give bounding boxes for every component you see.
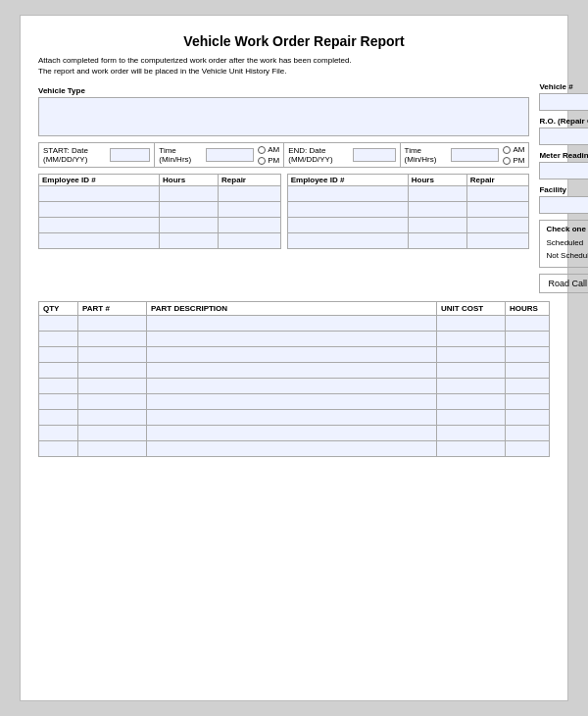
unit-cell[interactable] — [437, 441, 506, 457]
meter-label: Meter Reading — [539, 151, 588, 160]
hours-cell[interactable] — [506, 394, 550, 410]
desc-cell[interactable] — [147, 332, 437, 347]
table-row — [287, 233, 529, 249]
emp-id-cell[interactable] — [39, 186, 160, 202]
not-scheduled-item[interactable]: Not Scheduled — [546, 250, 588, 260]
emp-hours-cell[interactable] — [408, 186, 466, 202]
hours-cell[interactable] — [506, 347, 550, 363]
part-cell[interactable] — [78, 426, 147, 441]
end-pm-radio[interactable] — [503, 157, 511, 165]
road-call-box[interactable]: Road Call — [539, 274, 588, 293]
part-cell[interactable] — [78, 410, 147, 426]
emp-hours-cell[interactable] — [160, 186, 219, 202]
start-pm-item[interactable]: PM — [258, 156, 279, 165]
emp-repair-cell[interactable] — [219, 218, 281, 233]
unit-cell[interactable] — [437, 410, 506, 426]
part-cell[interactable] — [78, 379, 147, 394]
start-am-radio[interactable] — [258, 146, 266, 154]
emp-repair-cell[interactable] — [219, 202, 281, 218]
start-date-input[interactable] — [110, 148, 151, 162]
emp-id-cell[interactable] — [287, 218, 408, 233]
qty-cell[interactable] — [39, 347, 78, 363]
desc-cell[interactable] — [147, 316, 437, 332]
unit-cell[interactable] — [437, 426, 506, 441]
emp-repair-cell[interactable] — [219, 233, 281, 249]
end-pm-item[interactable]: PM — [503, 156, 524, 165]
part-cell[interactable] — [78, 441, 147, 457]
part-cell[interactable] — [78, 363, 147, 379]
start-date-label: START: Date (MM/DD/YY) — [43, 146, 106, 164]
unit-cell[interactable] — [437, 347, 506, 363]
qty-cell[interactable] — [39, 379, 78, 394]
emp-id-cell[interactable] — [39, 218, 160, 233]
vehicle-type-input[interactable] — [38, 97, 529, 136]
end-am-item[interactable]: AM — [503, 145, 524, 154]
end-time-input[interactable] — [451, 148, 500, 162]
desc-cell[interactable] — [147, 426, 437, 441]
part-cell[interactable] — [78, 394, 147, 410]
end-date-input[interactable] — [353, 148, 396, 162]
scheduled-label: Scheduled — [546, 238, 583, 247]
hours-cell[interactable] — [506, 426, 550, 441]
table-row — [39, 441, 550, 457]
table-row — [39, 426, 550, 441]
part-cell[interactable] — [78, 332, 147, 347]
unit-cell[interactable] — [437, 363, 506, 379]
qty-cell[interactable] — [39, 426, 78, 441]
start-am-item[interactable]: AM — [258, 145, 279, 154]
emp-id-cell[interactable] — [287, 202, 408, 218]
emp-hours-cell[interactable] — [160, 218, 219, 233]
part-cell[interactable] — [78, 347, 147, 363]
instructions: Attach completed form to the computerize… — [38, 55, 550, 77]
start-pm-radio[interactable] — [258, 157, 266, 165]
page: Vehicle Work Order Repair Report Attach … — [20, 15, 568, 701]
emp-hours-cell[interactable] — [408, 218, 466, 233]
desc-cell[interactable] — [147, 441, 437, 457]
emp-repair-cell[interactable] — [466, 202, 529, 218]
desc-cell[interactable] — [147, 363, 437, 379]
part-cell[interactable] — [78, 316, 147, 332]
hours-cell[interactable] — [506, 441, 550, 457]
unit-cell[interactable] — [437, 332, 506, 347]
end-am-radio[interactable] — [503, 146, 511, 154]
hours-cell[interactable] — [506, 363, 550, 379]
unit-cell[interactable] — [437, 379, 506, 394]
emp-hours-cell[interactable] — [408, 202, 466, 218]
emp-hours-cell[interactable] — [160, 202, 219, 218]
unit-cell[interactable] — [437, 394, 506, 410]
facility-input[interactable] — [539, 196, 588, 214]
emp-hours-cell[interactable] — [160, 233, 219, 249]
vehicle-input[interactable] — [539, 93, 588, 111]
hours-cell[interactable] — [506, 379, 550, 394]
emp-repair-cell[interactable] — [466, 186, 529, 202]
hours-cell[interactable] — [506, 410, 550, 426]
emp-id-cell[interactable] — [287, 186, 408, 202]
hours-cell[interactable] — [506, 316, 550, 332]
emp-id-cell[interactable] — [39, 202, 160, 218]
scheduled-item[interactable]: Scheduled — [546, 237, 588, 247]
desc-cell[interactable] — [147, 394, 437, 410]
table-row — [39, 218, 281, 233]
qty-cell[interactable] — [39, 441, 78, 457]
start-ampm-group: AM PM — [258, 145, 279, 165]
desc-cell[interactable] — [147, 347, 437, 363]
emp-repair-cell[interactable] — [219, 186, 281, 202]
emp-repair-cell[interactable] — [466, 218, 529, 233]
qty-cell[interactable] — [39, 316, 78, 332]
desc-cell[interactable] — [147, 410, 437, 426]
desc-cell[interactable] — [147, 379, 437, 394]
table-row — [39, 347, 550, 363]
emp-id-cell[interactable] — [287, 233, 408, 249]
hours-cell[interactable] — [506, 332, 550, 347]
meter-input[interactable] — [539, 162, 588, 179]
start-time-input[interactable] — [206, 148, 255, 162]
unit-cell[interactable] — [437, 316, 506, 332]
qty-cell[interactable] — [39, 410, 78, 426]
qty-cell[interactable] — [39, 394, 78, 410]
emp-repair-cell[interactable] — [466, 233, 529, 249]
qty-cell[interactable] — [39, 332, 78, 347]
emp-hours-cell[interactable] — [408, 233, 466, 249]
emp-id-cell[interactable] — [39, 233, 160, 249]
qty-cell[interactable] — [39, 363, 78, 379]
ro-input[interactable] — [539, 128, 588, 145]
